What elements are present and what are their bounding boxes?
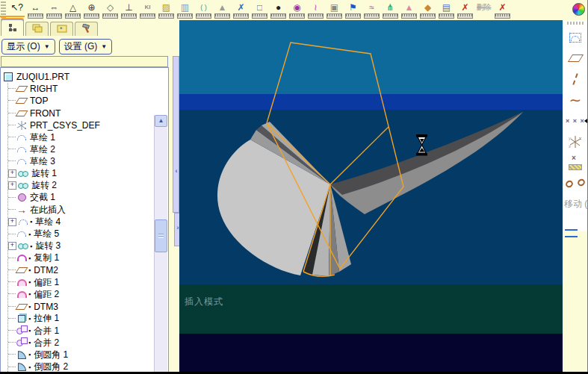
tree-item[interactable]: 草绘 3 bbox=[8, 155, 155, 167]
link-tool-icon[interactable] bbox=[566, 174, 585, 193]
measure-ki-icon[interactable]: KI bbox=[138, 1, 157, 20]
folders-icon bbox=[32, 22, 43, 36]
tree-item[interactable]: 复制 1 bbox=[8, 252, 155, 264]
analysis-wave-icon[interactable]: ≈ bbox=[362, 1, 381, 20]
tree-item-insert-here[interactable]: 在此插入 bbox=[8, 204, 155, 216]
measure-distance-icon[interactable]: ↔ bbox=[26, 1, 45, 20]
sketch-tool-icon[interactable] bbox=[566, 28, 585, 47]
analysis-saved-icon[interactable]: ▤ bbox=[437, 1, 456, 20]
right-toolbar-lower bbox=[563, 231, 588, 374]
tree-item[interactable]: 草绘 5 bbox=[8, 228, 155, 240]
tree-item[interactable]: RIGHT bbox=[8, 83, 155, 95]
analysis-curves-icon[interactable]: ( ) bbox=[194, 1, 213, 20]
expand-icon[interactable] bbox=[8, 218, 16, 226]
tree-item[interactable]: 旋转 1 bbox=[8, 168, 155, 180]
tree-item[interactable]: FRONT bbox=[8, 107, 155, 119]
select-help-icon[interactable]: ↖? bbox=[7, 1, 26, 20]
csys-icon bbox=[16, 120, 28, 131]
tree-item[interactable]: 草绘 1 bbox=[8, 131, 155, 143]
expand-icon[interactable] bbox=[8, 169, 16, 178]
scrollbar-thumb[interactable] bbox=[155, 219, 167, 252]
tree-filter-bar[interactable] bbox=[1, 56, 168, 67]
measure-angle-icon[interactable]: △ bbox=[64, 1, 82, 20]
layer-tree-tab[interactable] bbox=[25, 22, 49, 36]
tree-item[interactable]: 旋转 3 bbox=[8, 240, 155, 252]
delete-all-analysis-icon[interactable]: ✗ bbox=[493, 1, 512, 20]
active-tab-accent bbox=[0, 16, 25, 17]
graphics-viewport[interactable]: 插入模式 bbox=[179, 20, 563, 372]
analysis-window-icon[interactable]: ▣ bbox=[325, 1, 344, 20]
section-hatch-icon[interactable]: ▨ bbox=[157, 1, 176, 20]
tools-tab[interactable] bbox=[75, 22, 98, 36]
analysis-square-icon[interactable]: □ bbox=[250, 1, 269, 20]
scroll-up-icon[interactable]: ▲ bbox=[155, 115, 167, 127]
analysis-cone-icon[interactable]: ▲ bbox=[213, 1, 232, 20]
analysis-sphere-icon[interactable]: ● bbox=[269, 1, 288, 20]
toolbar-grip[interactable] bbox=[567, 22, 584, 25]
right-toolbar: yz 移动 ( bbox=[563, 20, 588, 374]
favorites-tab[interactable]: * bbox=[50, 22, 73, 36]
tree-item[interactable]: 合并 1 bbox=[8, 325, 155, 337]
tree-item[interactable]: DTM2 bbox=[8, 264, 155, 276]
insert-marker bbox=[28, 351, 31, 358]
offset-point-tool-icon[interactable] bbox=[566, 153, 585, 172]
analysis-shaded-sphere-icon[interactable]: ◉ bbox=[288, 1, 306, 20]
analysis-prism-icon[interactable]: ◆ bbox=[418, 1, 437, 20]
merge-icon bbox=[16, 337, 28, 348]
chevron-down-icon: ▼ bbox=[101, 43, 107, 50]
expand-icon[interactable] bbox=[8, 242, 16, 250]
chevron-down-icon: ▼ bbox=[44, 43, 50, 50]
datum-plane-tool-icon[interactable] bbox=[566, 49, 585, 68]
tree-item[interactable]: 偏距 2 bbox=[8, 288, 155, 300]
expand-icon[interactable] bbox=[8, 181, 16, 190]
offset-icon bbox=[16, 289, 28, 299]
edit-lines-icon bbox=[565, 229, 578, 237]
tree-item[interactable]: 倒圆角 1 bbox=[8, 349, 155, 361]
tree-item[interactable]: DTM3 bbox=[8, 301, 155, 313]
datum-curve-tool-icon[interactable] bbox=[566, 90, 585, 110]
top-toolbar: ↖? ↔ ⇔ △ ⊕ ◇ ⊥ KI ▨ ▥ ( ) ▲ ✗ □ ● ◉ ≀ ▣ … bbox=[0, 0, 588, 21]
analysis-curvature-icon[interactable]: ≀ bbox=[306, 1, 325, 20]
sketch-icon bbox=[17, 216, 29, 227]
tree-scrollbar[interactable]: ▲ ▼ bbox=[154, 115, 167, 374]
delete-analysis-button[interactable]: 删除 bbox=[474, 1, 493, 20]
measure-diameter-icon[interactable]: ⊕ bbox=[82, 1, 101, 20]
analysis-erase-icon[interactable]: ✗ bbox=[456, 1, 474, 20]
navigator-panel: * 显示 (O)▼ 设置 (G)▼ ZUQIU1.PRT RIGHT bbox=[0, 20, 169, 374]
datum-point-tool-icon[interactable] bbox=[566, 111, 585, 131]
tree-item[interactable]: 草绘 2 bbox=[8, 143, 155, 155]
tree-item[interactable]: 拉伸 1 bbox=[8, 313, 155, 325]
datum-plane-icon bbox=[16, 108, 28, 119]
tree-item[interactable]: 合并 2 bbox=[8, 337, 155, 349]
model-tree-tab[interactable] bbox=[1, 19, 24, 36]
tree-item[interactable]: PRT_CSYS_DEF bbox=[8, 119, 155, 131]
tree-item[interactable]: 草绘 4 bbox=[8, 216, 155, 228]
offset-icon bbox=[16, 277, 28, 287]
show-dropdown-button[interactable]: 显示 (O)▼ bbox=[1, 39, 55, 54]
insert-marker bbox=[28, 290, 31, 298]
tree-item[interactable]: 交截 1 bbox=[8, 192, 155, 204]
analysis-dendrite-icon[interactable]: ⋔ bbox=[381, 1, 400, 20]
tree-item[interactable]: 旋转 2 bbox=[8, 180, 155, 192]
measure-length-icon[interactable]: ⇔ bbox=[45, 1, 64, 20]
tree-item[interactable]: TOP bbox=[8, 95, 155, 107]
collapse-navigator-sash[interactable]: ‹ bbox=[173, 56, 179, 213]
settings-dropdown-button[interactable]: 设置 (G)▼ bbox=[59, 39, 113, 54]
svg-text:z: z bbox=[569, 144, 571, 149]
analysis-dangling-edge-icon[interactable]: ✗ bbox=[232, 1, 250, 20]
datum-axis-tool-icon[interactable] bbox=[566, 69, 585, 89]
sketch-icon bbox=[16, 229, 28, 240]
tree-item-root[interactable]: ZUQIU1.PRT bbox=[2, 71, 155, 83]
part-icon bbox=[2, 72, 14, 82]
insert-marker bbox=[28, 267, 31, 274]
measure-area-icon[interactable]: ◇ bbox=[101, 1, 120, 20]
csys-tool-icon[interactable]: yz bbox=[566, 132, 585, 152]
color-wheel-icon[interactable] bbox=[569, 1, 588, 20]
analysis-flag-icon[interactable]: ⚑ bbox=[344, 1, 362, 20]
intersect-icon bbox=[16, 193, 28, 203]
measure-transform-icon[interactable]: ⊥ bbox=[120, 1, 138, 20]
tree-item[interactable]: 偏距 1 bbox=[8, 276, 155, 288]
analysis-draft-icon[interactable]: ▲ bbox=[400, 1, 418, 20]
analysis-surface-icon[interactable]: ▥ bbox=[176, 1, 194, 20]
model-tree[interactable]: ZUQIU1.PRT RIGHT TOP FRONT PRT_CSYS_DEF … bbox=[0, 67, 169, 374]
